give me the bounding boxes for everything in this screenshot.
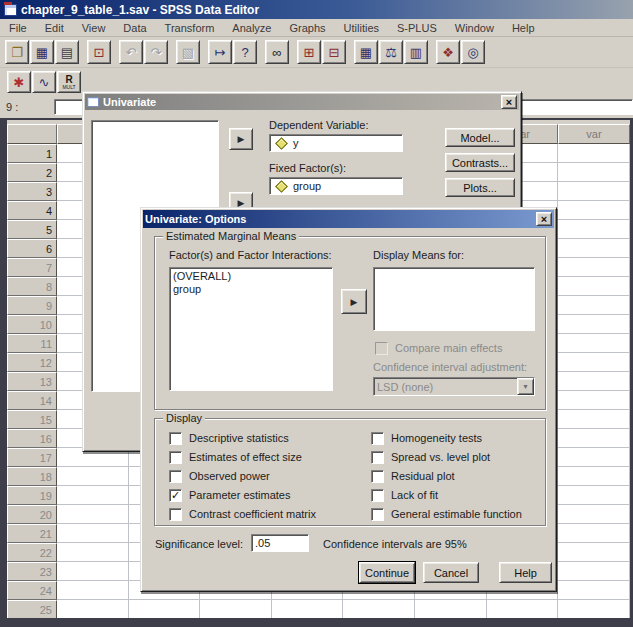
- grid-cell[interactable]: [558, 334, 630, 353]
- normal-curve-tool-button[interactable]: ∿: [32, 71, 56, 93]
- window-titlebar[interactable]: chapter_9_table_1.sav - SPSS Data Editor: [0, 0, 633, 19]
- grid-cell[interactable]: [558, 467, 630, 486]
- value-labels-button[interactable]: ❖: [436, 40, 460, 64]
- grid-cell[interactable]: [558, 258, 630, 277]
- options-dialog-titlebar[interactable]: Univariate: Options ×: [143, 210, 554, 228]
- row-header[interactable]: 22: [7, 543, 57, 562]
- r-mult-tool-button[interactable]: RMULT: [57, 71, 81, 93]
- contrasts-button[interactable]: Contrasts...: [445, 153, 515, 172]
- row-header[interactable]: 11: [7, 334, 57, 353]
- row-header[interactable]: 12: [7, 353, 57, 372]
- grid-cell[interactable]: [558, 201, 630, 220]
- move-dependent-button[interactable]: ▶: [229, 128, 253, 150]
- grid-cell[interactable]: [129, 600, 201, 618]
- factors-listbox[interactable]: (OVERALL)group: [169, 267, 333, 391]
- grid-cell[interactable]: [57, 505, 129, 524]
- menu-item-window[interactable]: Window: [446, 21, 503, 35]
- significance-level-field[interactable]: .05: [251, 534, 309, 552]
- grid-corner-cell[interactable]: [7, 124, 57, 144]
- goto-case-button[interactable]: ↦: [208, 40, 232, 64]
- fixed-factors-field[interactable]: group: [269, 177, 403, 195]
- continue-button[interactable]: Continue: [359, 562, 415, 583]
- grid-cell[interactable]: [57, 486, 129, 505]
- row-header[interactable]: 5: [7, 220, 57, 239]
- row-header[interactable]: 18: [7, 467, 57, 486]
- homogeneity-tests-checkbox[interactable]: [371, 432, 384, 445]
- grid-cell[interactable]: [558, 600, 630, 618]
- row-header[interactable]: 25: [7, 600, 57, 618]
- spread-vs-level-plot-checkbox[interactable]: [371, 451, 384, 464]
- grid-cell[interactable]: [415, 600, 487, 618]
- compare-main-effects-checkbox[interactable]: [375, 342, 388, 355]
- grid-cell[interactable]: [57, 581, 129, 600]
- grid-cell[interactable]: [558, 429, 630, 448]
- grid-cell[interactable]: [200, 600, 272, 618]
- chevron-down-icon[interactable]: ▼: [517, 378, 534, 395]
- grid-cell[interactable]: [558, 296, 630, 315]
- row-header[interactable]: 13: [7, 372, 57, 391]
- grid-cell[interactable]: [558, 391, 630, 410]
- menu-item-transform[interactable]: Transform: [156, 21, 224, 35]
- factors-list-item[interactable]: (OVERALL): [173, 270, 332, 283]
- menu-item-edit[interactable]: Edit: [36, 21, 73, 35]
- move-means-button[interactable]: ▶: [341, 289, 367, 314]
- grid-cell[interactable]: [558, 353, 630, 372]
- grid-cell[interactable]: [558, 562, 630, 581]
- redo-button[interactable]: ↷: [144, 40, 168, 64]
- row-header[interactable]: 16: [7, 429, 57, 448]
- grid-cell[interactable]: [57, 600, 129, 618]
- weight-cases-button[interactable]: ⚖: [379, 40, 403, 64]
- dialog-recall-button[interactable]: ⊡: [87, 40, 111, 64]
- grid-cell[interactable]: [558, 581, 630, 600]
- grid-cell[interactable]: [558, 410, 630, 429]
- model-button[interactable]: Model...: [445, 128, 515, 147]
- row-header[interactable]: 2: [7, 163, 57, 182]
- confidence-adjustment-dropdown[interactable]: LSD (none) ▼: [373, 377, 535, 396]
- variable-info-button[interactable]: ?: [233, 40, 257, 64]
- row-header[interactable]: 3: [7, 182, 57, 201]
- column-header[interactable]: var: [558, 124, 630, 144]
- display-means-listbox[interactable]: [373, 267, 535, 331]
- grid-cell[interactable]: [57, 467, 129, 486]
- row-header[interactable]: 7: [7, 258, 57, 277]
- estimates-of-effect-size-checkbox[interactable]: [169, 451, 182, 464]
- contrast-coefficient-matrix-checkbox[interactable]: [169, 508, 182, 521]
- row-header[interactable]: 23: [7, 562, 57, 581]
- menu-item-s-plus[interactable]: S-PLUS: [388, 21, 446, 35]
- row-header[interactable]: 4: [7, 201, 57, 220]
- open-file-button[interactable]: ❐: [5, 40, 29, 64]
- lack-of-fit-checkbox[interactable]: [371, 489, 384, 502]
- dependent-variable-field[interactable]: y: [269, 134, 403, 152]
- grid-cell[interactable]: [558, 220, 630, 239]
- menu-item-file[interactable]: File: [0, 21, 36, 35]
- print-button[interactable]: ▤: [55, 40, 79, 64]
- menu-item-view[interactable]: View: [73, 21, 115, 35]
- row-header[interactable]: 24: [7, 581, 57, 600]
- grid-cell[interactable]: [558, 543, 630, 562]
- grid-cell[interactable]: [558, 524, 630, 543]
- row-header[interactable]: 14: [7, 391, 57, 410]
- grid-cell[interactable]: [487, 600, 559, 618]
- grid-cell[interactable]: [57, 543, 129, 562]
- grid-cell[interactable]: [558, 163, 630, 182]
- residual-plot-checkbox[interactable]: [371, 470, 384, 483]
- descriptive-statistics-checkbox[interactable]: [169, 432, 182, 445]
- grid-cell[interactable]: [558, 448, 630, 467]
- row-header[interactable]: 17: [7, 448, 57, 467]
- close-icon[interactable]: ×: [536, 212, 552, 226]
- grid-cell[interactable]: [558, 315, 630, 334]
- use-sets-button[interactable]: ◎: [461, 40, 485, 64]
- row-header[interactable]: 15: [7, 410, 57, 429]
- row-header[interactable]: 6: [7, 239, 57, 258]
- observed-power-checkbox[interactable]: [169, 470, 182, 483]
- row-header[interactable]: 1: [7, 144, 57, 163]
- goto-chart-button[interactable]: ▧: [176, 40, 200, 64]
- plots-button[interactable]: Plots...: [445, 178, 515, 197]
- menu-item-graphs[interactable]: Graphs: [280, 21, 334, 35]
- grid-cell[interactable]: [57, 524, 129, 543]
- split-file-button[interactable]: ▦: [354, 40, 378, 64]
- grid-cell[interactable]: [558, 182, 630, 201]
- general-estimable-function-checkbox[interactable]: [371, 508, 384, 521]
- select-cases-button[interactable]: ▥: [404, 40, 428, 64]
- chart-tool-button[interactable]: ✱: [7, 71, 31, 93]
